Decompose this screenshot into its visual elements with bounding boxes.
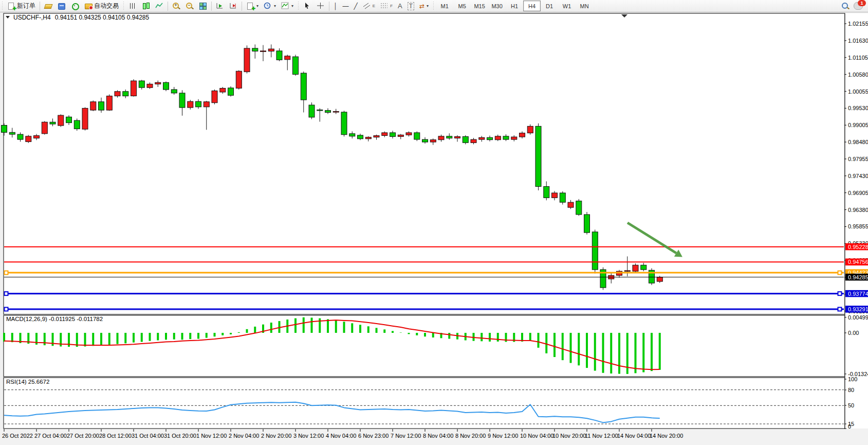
candle-body <box>155 82 161 84</box>
timeframe-button-m1[interactable]: M1 <box>436 1 453 11</box>
new-order-button[interactable]: ✚ 新订单 <box>5 1 38 12</box>
history-center-button[interactable] <box>55 1 68 12</box>
crosshair-tool-button[interactable] <box>314 1 327 12</box>
notifications-icon[interactable]: 1 <box>854 2 863 10</box>
auto-scroll-button[interactable] <box>213 1 227 12</box>
timeframe-button-h1[interactable]: H1 <box>506 1 523 11</box>
chevron-down-icon: ▾ <box>274 4 276 8</box>
channel-tool-button[interactable]: E <box>360 1 378 12</box>
fibonacci-tool-button[interactable]: F <box>378 1 395 12</box>
macd-axis-label: 0.004996 <box>848 314 868 321</box>
price-tick-label: 1.00580 <box>848 72 868 78</box>
tile-windows-button[interactable] <box>196 1 210 12</box>
candle-body <box>74 120 80 129</box>
line-handle[interactable] <box>838 271 842 275</box>
price-tick-label: 0.97955 <box>848 156 868 162</box>
timeframe-button-d1[interactable]: D1 <box>541 1 558 11</box>
timeframe-button-h4[interactable]: H4 <box>523 1 541 11</box>
time-tick-label: 2 Nov 04:00 <box>229 433 259 439</box>
candle-body <box>520 133 525 137</box>
bar-chart-mode-button[interactable] <box>126 1 139 12</box>
fibonacci-icon <box>380 2 389 10</box>
price-tick-label: 0.96380 <box>848 207 868 213</box>
rsi-panel <box>4 378 845 429</box>
time-tick-label: 11 Nov 12:00 <box>585 433 618 439</box>
line-handle[interactable] <box>5 292 8 295</box>
indicators-button[interactable]: ▾ <box>279 1 296 12</box>
time-tick-label: 27 Oct 04:00 <box>34 433 67 439</box>
time-tick-label: 1 Nov 12:00 <box>196 433 227 439</box>
candle-body <box>82 108 88 129</box>
line-handle[interactable] <box>838 292 842 295</box>
candle-body <box>244 48 250 72</box>
candle-body <box>568 202 574 207</box>
price-badge-label: 0.94285 <box>848 274 868 280</box>
chart-shift-button[interactable] <box>227 1 240 12</box>
toolbar-grip[interactable] <box>1 2 4 11</box>
time-tick-label: 31 Oct 04:00 <box>132 433 164 439</box>
price-tick-label: 1.00055 <box>848 88 868 95</box>
trendline-tool-button[interactable]: ╱ <box>352 1 360 12</box>
candle-body <box>390 133 396 137</box>
history-icon <box>58 2 66 10</box>
candle-body <box>2 126 7 133</box>
macd-label: MACD(12,26,9) -0.011925 -0.011782 <box>6 316 103 322</box>
market-watch-button[interactable] <box>42 1 55 12</box>
terminal-window: 1.021551.016301.011051.005801.000550.995… <box>0 0 868 445</box>
cursor-tool-button[interactable] <box>301 1 314 12</box>
line-handle[interactable] <box>5 308 8 311</box>
auto-scroll-icon <box>216 2 224 10</box>
candle-body <box>341 112 347 135</box>
candle-body <box>463 136 468 143</box>
arrows-tool-button[interactable]: ⇄▾ <box>417 1 431 12</box>
auto-trading-button[interactable]: 自动交易 <box>82 1 121 12</box>
price-badge-label: 0.95228 <box>848 244 868 250</box>
candle-body <box>374 136 379 137</box>
timeframe-button-m15[interactable]: M15 <box>471 1 488 11</box>
crosshair-icon <box>317 2 325 10</box>
time-tick-label: 28 Oct 12:00 <box>99 433 132 439</box>
time-tick-label: 9 Nov 12:00 <box>488 433 518 439</box>
zoom-out-button[interactable]: − <box>183 1 196 12</box>
candle-body <box>171 90 177 93</box>
timeframe-button-w1[interactable]: W1 <box>558 1 576 11</box>
candle-body <box>552 193 558 198</box>
candle-body <box>325 111 331 113</box>
line-chart-mode-button[interactable] <box>153 1 166 12</box>
text-label-tool-button[interactable]: T <box>405 1 417 12</box>
candlestick-mode-button[interactable] <box>139 1 153 12</box>
signals-button[interactable] <box>68 1 82 12</box>
search-icon[interactable] <box>841 2 849 10</box>
timeframe-button-m5[interactable]: M5 <box>453 1 471 11</box>
rsi-axis-label: 100 <box>848 376 857 382</box>
timeframe-button-m30[interactable]: M30 <box>488 1 506 11</box>
price-tick-label: 0.95855 <box>848 223 868 229</box>
new-chart-button[interactable]: ✚▾ <box>244 1 261 12</box>
vertical-line-tool-button[interactable]: │ <box>331 1 340 12</box>
cursor-icon <box>303 2 311 10</box>
zoom-in-button[interactable]: + <box>170 1 183 12</box>
timeframe-button-mn[interactable]: MN <box>576 1 593 11</box>
line-handle[interactable] <box>838 308 842 311</box>
line-handle[interactable] <box>5 271 8 275</box>
price-tick-label: 1.02155 <box>848 21 868 27</box>
time-tick-label: 2 Nov 20:00 <box>261 433 291 439</box>
candle-body <box>382 133 387 136</box>
candle-body <box>430 140 436 142</box>
candle-body <box>317 110 323 111</box>
candle-body <box>139 81 144 87</box>
candle-body <box>163 82 169 90</box>
candle-body <box>576 201 582 215</box>
candle-body <box>301 73 306 100</box>
time-tick-label: 8 Nov 20:00 <box>455 433 486 439</box>
text-tool-button[interactable]: A <box>395 1 405 12</box>
candle-body <box>503 136 509 139</box>
time-tick-label: 4 Nov 04:00 <box>326 433 356 439</box>
horizontal-line-tool-button[interactable]: — <box>340 1 352 12</box>
profiles-button[interactable]: ▾ <box>261 1 279 12</box>
candle-body <box>349 134 355 136</box>
candle-body <box>179 93 185 108</box>
candle-body <box>584 215 590 233</box>
price-tick-label: 0.97430 <box>848 173 868 179</box>
candle-body <box>471 139 476 143</box>
